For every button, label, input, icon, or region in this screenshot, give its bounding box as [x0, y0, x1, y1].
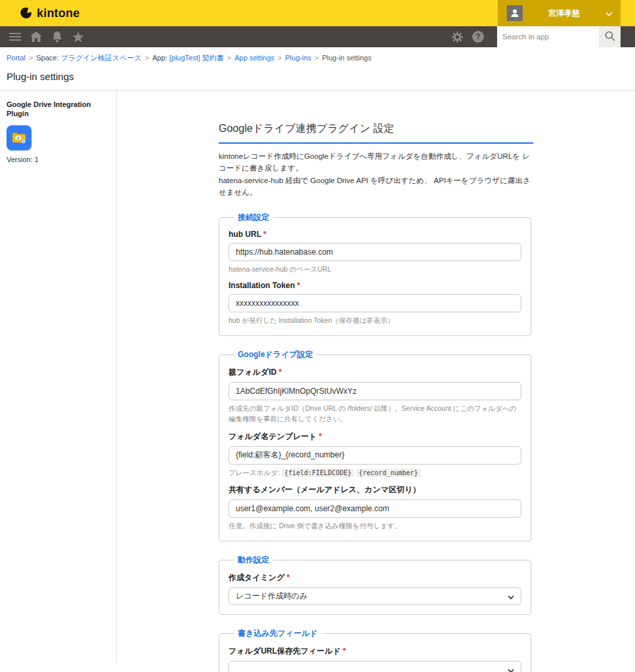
hub-url-label: hub URL* — [229, 230, 521, 239]
field-folder-url-target: フォルダURL保存先フィールド* リンク型 または 文字列1行型 — [229, 646, 521, 672]
label-text: Installation Token — [229, 281, 295, 290]
breadcrumb-separator: > — [227, 54, 231, 62]
folder-url-target-label: フォルダURL保存先フィールド* — [229, 646, 521, 657]
field-share-members: 共有するメンバー（メールアドレス、カンマ区切り） 任意。作成後に Drive 側… — [229, 484, 521, 532]
folder-name-template-hint: プレースホルダ:{field:FIELDCODE}{record_number} — [229, 468, 521, 478]
user-menu[interactable]: 宮澤孝慈 — [498, 0, 621, 26]
folder-url-target-select[interactable] — [229, 661, 521, 672]
select-chevron-icon — [508, 664, 514, 672]
create-timing-select[interactable]: レコード作成時のみ — [229, 587, 521, 605]
breadcrumb: Portal>Space: プラグイン検証スペース>App: [plugTest… — [0, 47, 635, 66]
breadcrumb-separator: > — [29, 54, 33, 62]
settings-main: Googleドライブ連携プラグイン 設定 kintoneレコード作成時にGoog… — [117, 91, 635, 663]
breadcrumb-separator: > — [145, 54, 149, 62]
section-drive: Googleドライブ設定 親フォルダID* 作成先の親フォルダID（Drive … — [219, 349, 531, 541]
breadcrumb-plugins[interactable]: Plug-ins — [285, 54, 311, 62]
label-text: 共有するメンバー（メールアドレス、カンマ区切り） — [229, 485, 420, 494]
label-text: 作成タイミング — [229, 573, 284, 582]
breadcrumb-app-settings[interactable]: App settings — [234, 54, 274, 62]
search-icon — [605, 31, 615, 43]
breadcrumb-app[interactable]: [plugTest] 契約書 — [169, 54, 224, 62]
help-icon[interactable]: ? — [470, 26, 487, 47]
app-header: kintone 宮澤孝慈 — [0, 0, 635, 26]
field-folder-name-template: フォルダ名テンプレート* プレースホルダ:{field:FIELDCODE}{r… — [229, 431, 521, 478]
section-behavior-legend: 動作設定 — [234, 555, 273, 566]
required-mark: * — [263, 230, 267, 239]
label-text: フォルダURL保存先フィールド — [229, 646, 341, 656]
required-mark: * — [278, 368, 282, 377]
label-text: フォルダ名テンプレート — [229, 432, 317, 441]
folder-name-template-input[interactable] — [229, 446, 521, 465]
required-mark: * — [297, 281, 300, 290]
favorites-icon[interactable] — [70, 26, 87, 47]
section-output-fields-legend: 書き込み先フィールド — [234, 628, 322, 639]
global-nav: ? — [0, 26, 635, 47]
parent-folder-id-hint: 作成先の親フォルダID（Drive URL の /folders/ 以降）。Se… — [229, 404, 521, 425]
notifications-icon[interactable] — [49, 26, 66, 47]
breadcrumb-separator: > — [278, 54, 282, 62]
required-mark: * — [319, 432, 322, 441]
menu-icon[interactable] — [7, 26, 24, 47]
kintone-logo[interactable]: kintone — [18, 6, 79, 20]
breadcrumb-app-prefix: App: — [152, 54, 167, 62]
settings-title: Googleドライブ連携プラグイン 設定 — [219, 122, 533, 144]
description-line-2: hatena-service-hub 経由で Google Drive API … — [219, 175, 533, 199]
select-chevron-icon — [508, 591, 514, 602]
search-input[interactable] — [497, 26, 599, 47]
share-members-label: 共有するメンバー（メールアドレス、カンマ区切り） — [229, 484, 521, 495]
breadcrumb-portal[interactable]: Portal — [7, 54, 26, 62]
plugin-version: Version: 1 — [7, 156, 110, 163]
folder-name-template-label: フォルダ名テンプレート* — [229, 431, 521, 442]
label-text: 親フォルダID — [229, 368, 276, 377]
settings-icon[interactable] — [449, 26, 466, 47]
installation-token-hint: hub が発行した Installation Token（保存後は非表示） — [229, 316, 521, 326]
share-members-input[interactable] — [229, 499, 521, 518]
parent-folder-id-input[interactable] — [229, 382, 521, 400]
user-icon — [507, 5, 523, 21]
user-name: 宮澤孝慈 — [523, 8, 605, 19]
page-title: Plug-in settings — [0, 66, 635, 90]
field-hub-url: hub URL* hatena-service-hub のベースURL — [229, 230, 521, 275]
required-mark: * — [343, 646, 346, 656]
placeholder-code-record-number: {record_number} — [356, 469, 420, 477]
section-output-fields: 書き込み先フィールド フォルダURL保存先フィールド* リンク型 または 文字列… — [219, 628, 531, 672]
breadcrumb-separator: > — [315, 54, 318, 62]
parent-folder-id-label: 親フォルダID* — [229, 367, 521, 378]
user-menu-chevron-icon — [605, 7, 613, 19]
breadcrumb-space-prefix: Space: — [36, 54, 58, 62]
breadcrumb-space[interactable]: プラグイン検証スペース — [61, 54, 142, 62]
hub-url-hint: hatena-service-hub のベースURL — [229, 264, 521, 275]
logo-text: kintone — [37, 7, 79, 20]
installation-token-label: Installation Token* — [229, 281, 521, 290]
logo-mark-icon — [18, 6, 33, 20]
field-installation-token: Installation Token* hub が発行した Installati… — [229, 281, 521, 326]
hint-prefix: プレースホルダ: — [229, 469, 280, 476]
search-button[interactable] — [599, 26, 621, 47]
plugin-sidebar: Google Drive Integration Plugin Version:… — [0, 91, 117, 663]
required-mark: * — [286, 573, 290, 582]
hub-url-input[interactable] — [229, 243, 521, 261]
field-create-timing: 作成タイミング* レコード作成時のみ — [229, 572, 521, 605]
section-connection: 接続設定 hub URL* hatena-service-hub のベースURL… — [219, 212, 531, 337]
installation-token-input[interactable] — [229, 294, 521, 312]
create-timing-label: 作成タイミング* — [229, 572, 521, 583]
breadcrumb-current: Plug-in settings — [322, 54, 371, 62]
app-search — [497, 26, 621, 47]
home-icon[interactable] — [28, 26, 45, 47]
label-text: hub URL — [229, 230, 261, 239]
section-connection-legend: 接続設定 — [234, 212, 273, 223]
share-members-hint: 任意。作成後に Drive 側で書き込み権限を付与します。 — [229, 521, 521, 532]
plugin-name: Google Drive Integration Plugin — [7, 100, 110, 119]
section-drive-legend: Googleドライブ設定 — [234, 349, 317, 360]
field-parent-folder-id: 親フォルダID* 作成先の親フォルダID（Drive URL の /folder… — [229, 367, 521, 425]
create-timing-value: レコード作成時のみ — [236, 591, 508, 602]
section-behavior: 動作設定 作成タイミング* レコード作成時のみ — [219, 555, 531, 615]
settings-description: kintoneレコード作成時にGoogleドライブへ専用フォルダを自動作成し、フ… — [219, 150, 533, 199]
placeholder-code-field: {field:FIELDCODE} — [282, 469, 354, 477]
plugin-icon — [7, 125, 32, 150]
description-line-1: kintoneレコード作成時にGoogleドライブへ専用フォルダを自動作成し、フ… — [219, 150, 533, 175]
